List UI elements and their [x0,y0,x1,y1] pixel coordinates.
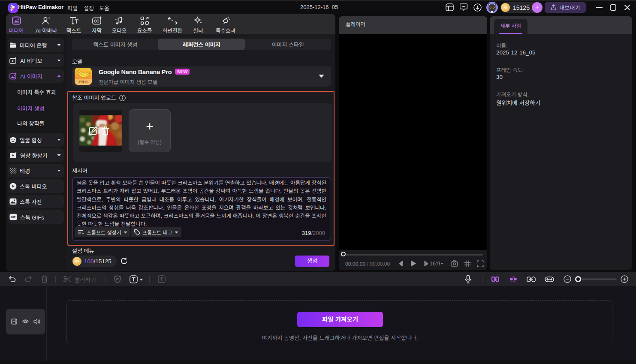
svg-text:GIF: GIF [11,216,16,219]
